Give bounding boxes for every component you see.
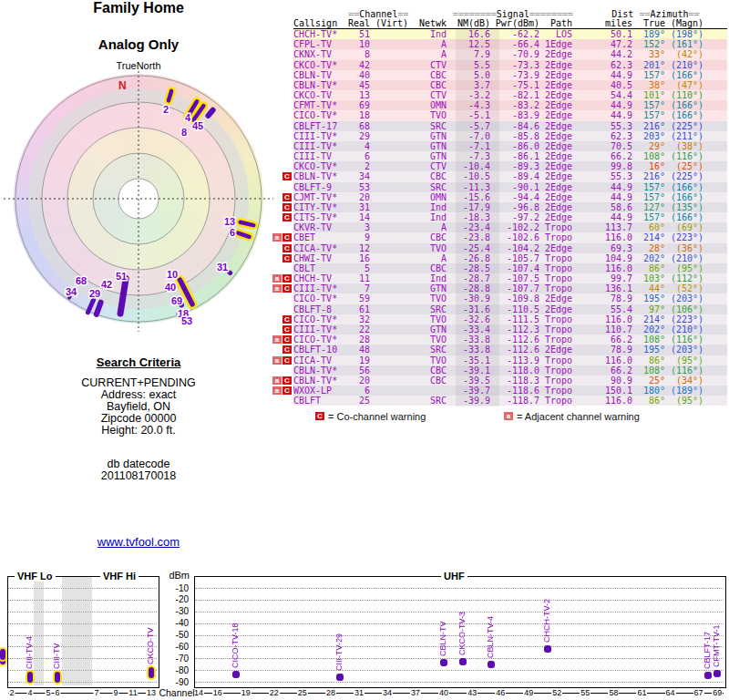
table-row: CaWXOX-LP6-39.7-118.6Tropo150.1180°(189°… bbox=[293, 386, 727, 396]
true-azimuth-cell: 86° bbox=[632, 263, 665, 273]
table-row: CIII-TV*4GTN-7.1-86.02Edge70.529°(38°) bbox=[293, 141, 727, 151]
network-cell: OMN bbox=[408, 100, 447, 110]
table-row: CaCHCH-TV11Ind-28.7-107.5Tropo99.7103°(1… bbox=[293, 273, 727, 283]
callsign-cell: CHCH-TV* bbox=[293, 29, 343, 39]
magnetic-azimuth-cell: (116°) bbox=[665, 365, 703, 376]
network-cell: TVO bbox=[408, 293, 447, 304]
network-cell: Ind bbox=[408, 29, 447, 39]
distance-cell: 44.9 bbox=[572, 182, 632, 192]
chart-signal-marker bbox=[149, 667, 154, 678]
column-header: Path bbox=[539, 18, 572, 28]
tvfool-link[interactable]: www.tvfool.com bbox=[98, 535, 180, 549]
callsign-cell: CBET bbox=[293, 232, 343, 242]
network-cell: CBC bbox=[408, 70, 447, 80]
co-channel-warning-icon: C bbox=[282, 244, 292, 252]
co-channel-warning-icon: C bbox=[282, 274, 292, 283]
true-azimuth-cell: 97° bbox=[632, 304, 665, 314]
co-channel-warning-icon: C bbox=[282, 315, 292, 324]
true-azimuth-cell: 157° bbox=[632, 100, 665, 110]
adjacent-channel-warning-icon: a bbox=[272, 274, 282, 283]
magnetic-azimuth-cell: (34°) bbox=[665, 376, 703, 386]
radar-channel-label: 8 bbox=[181, 127, 187, 138]
adjacent-channel-warning-icon: a bbox=[272, 335, 282, 344]
network-cell: A bbox=[408, 253, 447, 263]
network-cell: TVO bbox=[408, 243, 447, 253]
vhf-gridline bbox=[8, 623, 157, 624]
distance-cell: 47.2 bbox=[572, 39, 632, 49]
real-channel-cell: 51 bbox=[343, 29, 370, 39]
path-cell: 2Edge bbox=[539, 293, 572, 304]
magnetic-azimuth-cell: (95°) bbox=[665, 396, 703, 406]
distance-cell: 116.0 bbox=[572, 263, 632, 273]
true-azimuth-cell: 16° bbox=[632, 161, 665, 171]
magnetic-azimuth-cell: (161°) bbox=[665, 39, 703, 49]
chart-signal-marker bbox=[232, 671, 240, 678]
table-row: CaCBET9CBC-23.8-102.6Tropo116.0214°(223°… bbox=[293, 232, 727, 242]
magnetic-azimuth-cell: (106°) bbox=[665, 304, 703, 314]
dbm-tick-label: -50 bbox=[162, 630, 189, 640]
radar-channel-label: 42 bbox=[101, 279, 112, 290]
table-row: CBLFT-1768SRC-5.7-84.62Edge55.3216°(225°… bbox=[293, 121, 727, 131]
path-cell: Tropo bbox=[539, 273, 572, 283]
real-channel-cell: 3 bbox=[343, 222, 370, 232]
chart-signal-marker bbox=[336, 674, 344, 681]
distance-cell: 55.4 bbox=[572, 304, 632, 314]
column-header: Callsign bbox=[293, 18, 343, 28]
callsign-cell: CIII-TV bbox=[293, 151, 343, 161]
path-cell: 2Edge bbox=[539, 90, 572, 100]
real-channel-cell: 8 bbox=[343, 49, 370, 59]
callsign-cell: CJMT-TV* bbox=[293, 192, 343, 202]
real-channel-cell: 4 bbox=[343, 141, 370, 151]
vhf-lo-section-label: VHF Lo bbox=[15, 571, 56, 582]
magnetic-azimuth-cell: (210°) bbox=[665, 60, 703, 70]
chart-signal-marker bbox=[440, 659, 447, 666]
path-cell: 2Edge bbox=[539, 49, 572, 59]
co-channel-legend-icon: C bbox=[315, 412, 324, 420]
column-header: miles bbox=[572, 18, 632, 28]
callsign-cell: CICO-TV* bbox=[293, 335, 343, 345]
true-azimuth-cell: 127° bbox=[632, 202, 665, 212]
table-row: CaCICO-TV*28TVO-33.8-112.6Tropo66.2108°(… bbox=[293, 335, 727, 345]
path-cell: LOS bbox=[539, 29, 572, 39]
true-azimuth-cell: 157° bbox=[632, 192, 665, 202]
vhf-gridline bbox=[8, 600, 157, 601]
path-cell: 2Edge bbox=[539, 243, 572, 253]
chart-callsign-label: CIII-TV-29 bbox=[334, 633, 344, 671]
search-line-height: Height: 20.0 ft. bbox=[0, 425, 277, 437]
callsign-cell: CKCO-TV* bbox=[293, 60, 343, 70]
radar-channel-label: 31 bbox=[217, 262, 228, 273]
distance-cell: 62.3 bbox=[572, 131, 632, 141]
true-azimuth-cell: 157° bbox=[632, 70, 665, 80]
callsign-cell: CIII-TV* bbox=[293, 141, 343, 151]
dbm-tick-label: -70 bbox=[162, 654, 189, 664]
table-row: CBLFT-861SRC-31.6-110.52Edge55.497°(106°… bbox=[293, 304, 727, 314]
callsign-cell: CITY-TV* bbox=[293, 202, 343, 212]
true-azimuth-cell: 152° bbox=[632, 39, 665, 49]
true-azimuth-cell: 28° bbox=[632, 243, 665, 253]
co-channel-warning-icon: C bbox=[282, 203, 292, 211]
true-azimuth-cell: 202° bbox=[632, 253, 665, 263]
table-row: CIII-TV*29GTN-7.0-85.82Edge62.3203°(211°… bbox=[293, 131, 727, 141]
real-channel-cell: 42 bbox=[343, 60, 370, 70]
channel-tick-label: 6 bbox=[54, 688, 60, 697]
real-channel-cell: 28 bbox=[343, 335, 370, 345]
uhf-gridline bbox=[195, 670, 724, 671]
true-azimuth-cell: 203° bbox=[632, 131, 665, 141]
callsign-cell: CITS-TV* bbox=[293, 212, 343, 222]
co-channel-warning-icon: C bbox=[282, 172, 292, 180]
network-cell: A bbox=[408, 222, 447, 232]
chart-callsign-label: CBLN-TV-4 bbox=[486, 616, 496, 658]
magnetic-azimuth-cell: (69°) bbox=[665, 222, 703, 232]
path-cell: 2Edge bbox=[539, 141, 572, 151]
channel-tick-label: 67 bbox=[693, 688, 704, 697]
magnetic-azimuth-cell: (25°) bbox=[665, 161, 703, 171]
channel-tick-label: 9 bbox=[112, 688, 118, 697]
real-channel-cell: 13 bbox=[343, 90, 370, 100]
distance-cell: 78.9 bbox=[572, 293, 632, 304]
real-channel-cell: 32 bbox=[343, 314, 370, 324]
path-cell: Tropo bbox=[539, 263, 572, 273]
callsign-cell: CKVR-TV bbox=[293, 222, 343, 232]
network-cell: TVO bbox=[408, 110, 447, 120]
magnetic-azimuth-cell: (112°) bbox=[665, 273, 703, 283]
true-azimuth-cell: 195° bbox=[632, 345, 665, 355]
